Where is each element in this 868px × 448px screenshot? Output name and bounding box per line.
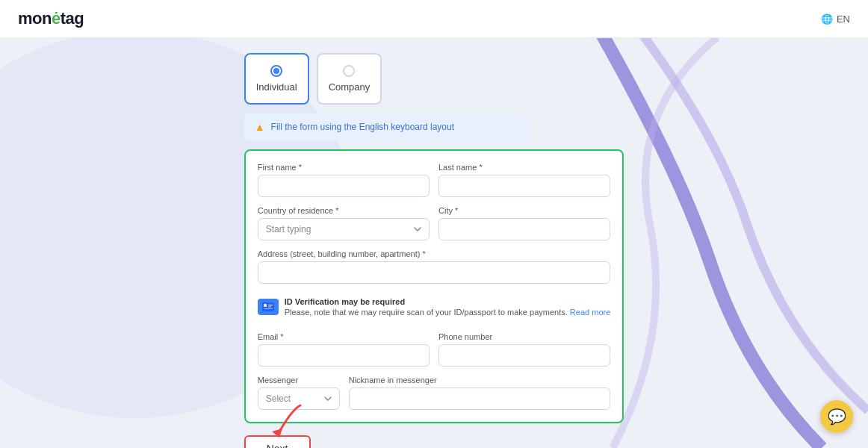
chat-button[interactable]: 💬 (820, 400, 853, 433)
messenger-label: Messenger (258, 376, 340, 385)
id-verification-notice: ID Verification may be required Please, … (258, 293, 611, 323)
country-group: Country of residence * Start typing (258, 206, 430, 240)
last-name-label: Last name * (438, 163, 610, 172)
id-verification-body: Please, note that we may require scan of… (285, 306, 611, 319)
last-name-group: Last name * (438, 163, 610, 197)
main-content: Individual Company ▲ Fill the form using… (0, 38, 868, 448)
info-banner: ▲ Fill the form using the English keyboa… (244, 113, 528, 140)
id-verification-description: Please, note that we may require scan of… (285, 308, 568, 317)
company-radio (343, 65, 355, 77)
phone-group: Phone number (438, 332, 610, 367)
globe-icon: 🌐 (821, 13, 833, 25)
email-input[interactable] (258, 344, 430, 367)
info-banner-text: Fill the form using the English keyboard… (271, 122, 454, 132)
city-label: City * (438, 206, 610, 215)
svg-marker-7 (272, 429, 282, 438)
name-row: First name * Last name * (258, 163, 611, 197)
city-input[interactable] (438, 218, 610, 240)
nickname-input[interactable] (349, 388, 611, 410)
email-group: Email * (258, 332, 430, 367)
individual-label: Individual (256, 81, 297, 93)
location-row: Country of residence * Start typing City… (258, 206, 611, 240)
id-card-icon (258, 299, 279, 315)
id-verification-title: ID Verification may be required (285, 297, 611, 306)
chat-icon: 💬 (828, 408, 846, 426)
warning-icon: ▲ (255, 121, 265, 133)
logo-accent: ė (52, 9, 61, 28)
svg-rect-5 (268, 307, 271, 308)
lang-label: EN (837, 13, 850, 25)
account-type-individual[interactable]: Individual (244, 53, 309, 105)
form-fields: First name * Last name * Country of resi… (244, 149, 624, 423)
language-selector[interactable]: 🌐 EN (821, 13, 850, 25)
account-type-company[interactable]: Company (317, 53, 382, 105)
svg-rect-6 (264, 308, 273, 309)
svg-rect-3 (264, 304, 267, 307)
last-name-input[interactable] (438, 175, 610, 197)
individual-radio (270, 65, 282, 77)
logo: monėtag (18, 9, 84, 28)
account-type-row: Individual Company (244, 53, 382, 105)
header: monėtag 🌐 EN (0, 0, 868, 38)
email-label: Email * (258, 332, 430, 341)
first-name-label: First name * (258, 163, 430, 172)
address-label: Address (street, building number, apartm… (258, 249, 611, 258)
contact-row: Email * Phone number (258, 332, 611, 367)
address-group: Address (street, building number, apartm… (258, 249, 611, 284)
svg-rect-4 (268, 305, 273, 305)
address-input[interactable] (258, 261, 611, 284)
first-name-group: First name * (258, 163, 430, 197)
id-verification-text-block: ID Verification may be required Please, … (285, 297, 611, 319)
country-label: Country of residence * (258, 206, 430, 215)
phone-label: Phone number (438, 332, 610, 341)
company-label: Company (329, 81, 371, 93)
nickname-label: Nickname in messenger (349, 376, 611, 385)
next-button-wrapper: Next (244, 432, 528, 449)
id-verification-link[interactable]: Read more (570, 308, 610, 317)
arrow-indicator (255, 402, 315, 439)
city-group: City * (438, 206, 610, 240)
phone-input[interactable] (438, 344, 610, 367)
nickname-group: Nickname in messenger (349, 376, 611, 410)
first-name-input[interactable] (258, 175, 430, 197)
country-select[interactable]: Start typing (258, 218, 430, 240)
